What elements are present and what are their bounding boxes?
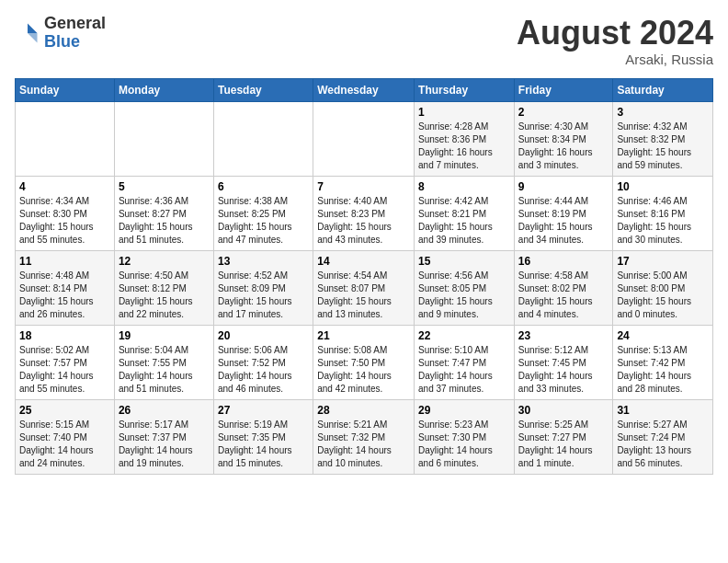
day-number: 28 (317, 404, 410, 417)
day-info: Sunrise: 5:12 AM Sunset: 7:45 PM Dayligh… (518, 344, 609, 396)
day-number: 11 (19, 255, 110, 268)
column-header-tuesday: Tuesday (213, 78, 313, 101)
day-number: 23 (518, 329, 609, 342)
page-header: General Blue August 2024 Arsaki, Russia (15, 15, 713, 67)
calendar-cell: 16Sunrise: 4:58 AM Sunset: 8:02 PM Dayli… (514, 250, 613, 325)
day-number: 12 (119, 255, 210, 268)
calendar-cell: 31Sunrise: 5:27 AM Sunset: 7:24 PM Dayli… (613, 399, 713, 474)
calendar-cell (16, 101, 115, 176)
location: Arsaki, Russia (517, 52, 713, 67)
logo-blue-text: Blue (44, 33, 106, 52)
day-info: Sunrise: 4:34 AM Sunset: 8:30 PM Dayligh… (19, 195, 110, 247)
calendar-cell: 24Sunrise: 5:13 AM Sunset: 7:42 PM Dayli… (613, 325, 713, 399)
calendar-cell: 29Sunrise: 5:23 AM Sunset: 7:30 PM Dayli… (415, 399, 515, 474)
calendar-cell: 27Sunrise: 5:19 AM Sunset: 7:35 PM Dayli… (213, 399, 313, 474)
column-header-wednesday: Wednesday (313, 78, 415, 101)
day-number: 24 (617, 329, 709, 342)
calendar-cell: 23Sunrise: 5:12 AM Sunset: 7:45 PM Dayli… (514, 325, 613, 399)
column-header-monday: Monday (114, 78, 213, 101)
day-info: Sunrise: 4:40 AM Sunset: 8:23 PM Dayligh… (317, 195, 410, 247)
day-info: Sunrise: 4:44 AM Sunset: 8:19 PM Dayligh… (518, 195, 609, 247)
week-row-1: 1Sunrise: 4:28 AM Sunset: 8:36 PM Daylig… (16, 101, 713, 176)
day-number: 1 (418, 106, 510, 119)
title-block: August 2024 Arsaki, Russia (517, 15, 713, 67)
day-info: Sunrise: 5:02 AM Sunset: 7:57 PM Dayligh… (19, 344, 110, 396)
day-number: 31 (617, 404, 709, 417)
day-info: Sunrise: 5:19 AM Sunset: 7:35 PM Dayligh… (218, 419, 309, 470)
calendar-cell: 13Sunrise: 4:52 AM Sunset: 8:09 PM Dayli… (213, 250, 313, 325)
svg-marker-0 (28, 23, 38, 33)
calendar-cell: 18Sunrise: 5:02 AM Sunset: 7:57 PM Dayli… (16, 325, 115, 399)
day-number: 27 (218, 404, 309, 417)
day-info: Sunrise: 5:21 AM Sunset: 7:32 PM Dayligh… (317, 419, 410, 470)
calendar-cell (114, 101, 213, 176)
calendar-cell: 19Sunrise: 5:04 AM Sunset: 7:55 PM Dayli… (114, 325, 213, 399)
day-info: Sunrise: 4:36 AM Sunset: 8:27 PM Dayligh… (119, 195, 210, 247)
day-number: 20 (218, 329, 309, 342)
calendar-cell: 25Sunrise: 5:15 AM Sunset: 7:40 PM Dayli… (16, 399, 115, 474)
calendar-cell: 26Sunrise: 5:17 AM Sunset: 7:37 PM Dayli… (114, 399, 213, 474)
day-info: Sunrise: 5:08 AM Sunset: 7:50 PM Dayligh… (317, 344, 410, 396)
day-number: 30 (518, 404, 609, 417)
week-row-5: 25Sunrise: 5:15 AM Sunset: 7:40 PM Dayli… (16, 399, 713, 474)
day-number: 14 (317, 255, 410, 268)
day-info: Sunrise: 4:54 AM Sunset: 8:07 PM Dayligh… (317, 270, 410, 321)
week-row-2: 4Sunrise: 4:34 AM Sunset: 8:30 PM Daylig… (16, 176, 713, 250)
week-row-3: 11Sunrise: 4:48 AM Sunset: 8:14 PM Dayli… (16, 250, 713, 325)
day-info: Sunrise: 4:56 AM Sunset: 8:05 PM Dayligh… (418, 270, 510, 321)
day-info: Sunrise: 5:17 AM Sunset: 7:37 PM Dayligh… (119, 419, 210, 470)
column-header-friday: Friday (514, 78, 613, 101)
week-row-4: 18Sunrise: 5:02 AM Sunset: 7:57 PM Dayli… (16, 325, 713, 399)
logo-general-text: General (44, 15, 106, 33)
calendar-cell: 21Sunrise: 5:08 AM Sunset: 7:50 PM Dayli… (313, 325, 415, 399)
day-info: Sunrise: 4:42 AM Sunset: 8:21 PM Dayligh… (418, 195, 510, 247)
day-number: 9 (518, 180, 609, 193)
day-number: 21 (317, 329, 410, 342)
calendar-cell: 9Sunrise: 4:44 AM Sunset: 8:19 PM Daylig… (514, 176, 613, 250)
day-info: Sunrise: 5:10 AM Sunset: 7:47 PM Dayligh… (418, 344, 510, 396)
calendar-cell: 15Sunrise: 4:56 AM Sunset: 8:05 PM Dayli… (415, 250, 515, 325)
month-year: August 2024 (517, 15, 713, 52)
day-info: Sunrise: 4:30 AM Sunset: 8:34 PM Dayligh… (518, 121, 609, 172)
day-info: Sunrise: 5:13 AM Sunset: 7:42 PM Dayligh… (617, 344, 709, 396)
calendar-cell: 4Sunrise: 4:34 AM Sunset: 8:30 PM Daylig… (16, 176, 115, 250)
day-number: 19 (119, 329, 210, 342)
day-number: 29 (418, 404, 510, 417)
day-number: 17 (617, 255, 709, 268)
calendar-cell: 6Sunrise: 4:38 AM Sunset: 8:25 PM Daylig… (213, 176, 313, 250)
day-number: 3 (617, 106, 709, 119)
calendar-cell: 17Sunrise: 5:00 AM Sunset: 8:00 PM Dayli… (613, 250, 713, 325)
calendar-cell (313, 101, 415, 176)
day-info: Sunrise: 4:32 AM Sunset: 8:32 PM Dayligh… (617, 121, 709, 172)
day-info: Sunrise: 4:38 AM Sunset: 8:25 PM Dayligh… (218, 195, 309, 247)
day-number: 25 (19, 404, 110, 417)
calendar-cell: 14Sunrise: 4:54 AM Sunset: 8:07 PM Dayli… (313, 250, 415, 325)
day-number: 6 (218, 180, 309, 193)
calendar-table: SundayMondayTuesdayWednesdayThursdayFrid… (15, 78, 713, 475)
day-info: Sunrise: 4:50 AM Sunset: 8:12 PM Dayligh… (119, 270, 210, 321)
day-info: Sunrise: 4:46 AM Sunset: 8:16 PM Dayligh… (617, 195, 709, 247)
calendar-cell: 3Sunrise: 4:32 AM Sunset: 8:32 PM Daylig… (613, 101, 713, 176)
calendar-cell: 1Sunrise: 4:28 AM Sunset: 8:36 PM Daylig… (415, 101, 515, 176)
logo: General Blue (15, 15, 106, 52)
day-info: Sunrise: 5:00 AM Sunset: 8:00 PM Dayligh… (617, 270, 709, 321)
calendar-cell: 11Sunrise: 4:48 AM Sunset: 8:14 PM Dayli… (16, 250, 115, 325)
day-number: 2 (518, 106, 609, 119)
day-number: 5 (119, 180, 210, 193)
svg-marker-1 (28, 33, 38, 43)
day-info: Sunrise: 5:27 AM Sunset: 7:24 PM Dayligh… (617, 419, 709, 470)
day-info: Sunrise: 5:06 AM Sunset: 7:52 PM Dayligh… (218, 344, 309, 396)
calendar-header-row: SundayMondayTuesdayWednesdayThursdayFrid… (16, 78, 713, 101)
day-info: Sunrise: 4:52 AM Sunset: 8:09 PM Dayligh… (218, 270, 309, 321)
logo-icon (15, 20, 40, 46)
calendar-cell: 28Sunrise: 5:21 AM Sunset: 7:32 PM Dayli… (313, 399, 415, 474)
day-info: Sunrise: 4:28 AM Sunset: 8:36 PM Dayligh… (418, 121, 510, 172)
calendar-cell: 20Sunrise: 5:06 AM Sunset: 7:52 PM Dayli… (213, 325, 313, 399)
day-number: 8 (418, 180, 510, 193)
calendar-cell: 30Sunrise: 5:25 AM Sunset: 7:27 PM Dayli… (514, 399, 613, 474)
day-info: Sunrise: 5:04 AM Sunset: 7:55 PM Dayligh… (119, 344, 210, 396)
column-header-thursday: Thursday (415, 78, 515, 101)
day-number: 16 (518, 255, 609, 268)
day-number: 22 (418, 329, 510, 342)
day-number: 10 (617, 180, 709, 193)
